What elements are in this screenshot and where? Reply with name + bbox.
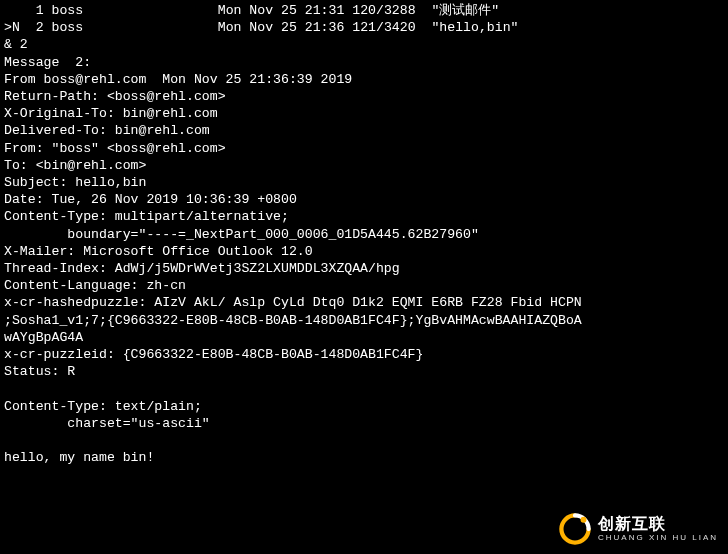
terminal-output: 1 boss Mon Nov 25 21:31 120/3288 "测试邮件" …: [0, 0, 728, 468]
header-delivered-to: Delivered-To: bin@rehl.com: [4, 123, 210, 138]
header-envelope: From boss@rehl.com Mon Nov 25 21:36:39 2…: [4, 72, 352, 87]
header-x-original-to: X-Original-To: bin@rehl.com: [4, 106, 218, 121]
header-from: From: "boss" <boss@rehl.com>: [4, 141, 226, 156]
header-x-cr-hashedpuzzle-cont: ;Sosha1_v1;7;{C9663322-E80B-48CB-B0AB-14…: [4, 313, 582, 328]
message-number: Message 2:: [4, 55, 91, 70]
watermark: 创新互联 CHUANG XIN HU LIAN: [558, 512, 718, 546]
header-status: Status: R: [4, 364, 75, 379]
header-content-type: Content-Type: multipart/alternative;: [4, 209, 289, 224]
body-charset: charset="us-ascii": [4, 416, 210, 431]
header-x-cr-hashedpuzzle-cont2: wAYgBpAG4A: [4, 330, 83, 345]
header-date: Date: Tue, 26 Nov 2019 10:36:39 +0800: [4, 192, 297, 207]
svg-point-0: [581, 517, 587, 523]
watermark-text-zh: 创新互联: [598, 515, 718, 533]
header-x-cr-hashedpuzzle: x-cr-hashedpuzzle: AIzV AkL/ Aslp CyLd D…: [4, 295, 582, 310]
header-x-cr-puzzleid: x-cr-puzzleid: {C9663322-E80B-48CB-B0AB-…: [4, 347, 423, 362]
header-x-mailer: X-Mailer: Microsoft Office Outlook 12.0: [4, 244, 313, 259]
watermark-text-pinyin: CHUANG XIN HU LIAN: [598, 533, 718, 543]
mail-list-row: 1 boss Mon Nov 25 21:31 120/3288 "测试邮件": [4, 3, 499, 18]
mail-prompt-command[interactable]: & 2: [4, 37, 28, 52]
header-content-language: Content-Language: zh-cn: [4, 278, 186, 293]
message-body-text: hello, my name bin!: [4, 450, 154, 465]
header-to: To: <bin@rehl.com>: [4, 158, 146, 173]
header-boundary: boundary="----=_NextPart_000_0006_01D5A4…: [4, 227, 479, 242]
watermark-logo-icon: [558, 512, 592, 546]
header-subject: Subject: hello,bin: [4, 175, 146, 190]
mail-list-row: >N 2 boss Mon Nov 25 21:36 121/3420 "hel…: [4, 20, 518, 35]
header-return-path: Return-Path: <boss@rehl.com>: [4, 89, 226, 104]
body-content-type: Content-Type: text/plain;: [4, 399, 202, 414]
header-thread-index: Thread-Index: AdWj/j5WDrWVetj3SZ2LXUMDDL…: [4, 261, 400, 276]
